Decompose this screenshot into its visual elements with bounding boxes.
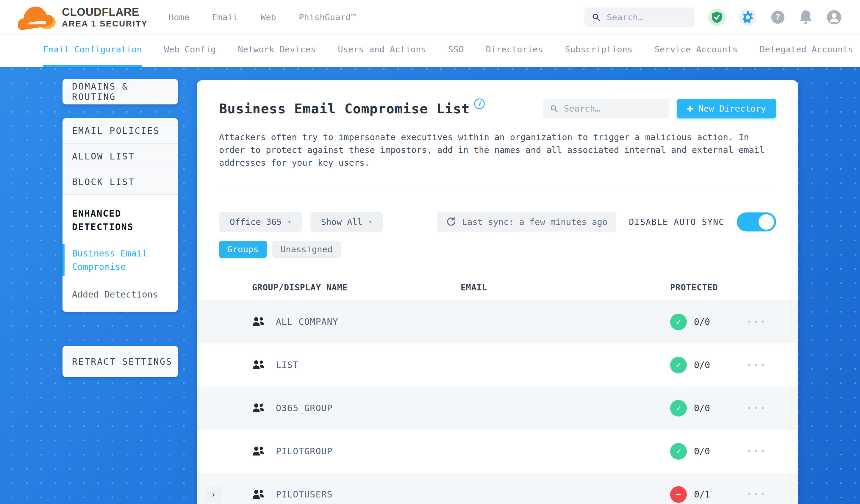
sidebar-item-domains-routing[interactable]: DOMAINS & ROUTING	[62, 79, 178, 104]
ellipsis-icon[interactable]: •••	[747, 404, 767, 413]
tab-subscriptions[interactable]: Subscriptions	[565, 44, 633, 67]
global-search[interactable]	[585, 8, 694, 27]
tab-web-config[interactable]: Web Config	[164, 44, 216, 67]
table-row[interactable]: O365_GROUP ✓ 0/0 •••	[197, 387, 798, 430]
ellipsis-icon[interactable]: •••	[747, 361, 767, 370]
main-panel: Business Email Compromise List i + New D…	[197, 80, 798, 504]
tab-sso[interactable]: SSO	[448, 44, 464, 67]
table-row[interactable]: ALL COMPANY ✓ 0/0 •••	[197, 300, 798, 343]
sidebar-label: DOMAINS & ROUTING	[62, 81, 178, 102]
row-menu[interactable]: •••	[717, 447, 798, 456]
row-menu[interactable]: •••	[717, 361, 798, 370]
group-name: LIST	[276, 360, 299, 370]
top-header: CLOUDFLARE AREA 1 SECURITY Home Email We…	[0, 0, 860, 35]
sidebar-item-block-list[interactable]: BLOCK LIST	[62, 169, 178, 195]
sidebar-item-added-detections[interactable]: Added Detections	[72, 288, 169, 301]
chevron-down-icon: ▾	[369, 218, 372, 226]
unprotected-status-icon: −	[670, 486, 687, 503]
group-name: ALL COMPANY	[276, 317, 338, 327]
tab-email-configuration[interactable]: Email Configuration	[43, 44, 142, 67]
table-row[interactable]: › PILOTUSERS − 0/1 •••	[197, 473, 798, 504]
refresh-icon	[446, 217, 456, 227]
protected-status-icon: ✓	[670, 357, 687, 373]
top-nav-phishguard[interactable]: PhishGuard™	[299, 12, 356, 22]
sidebar-item-allow-list[interactable]: ALLOW LIST	[62, 144, 178, 169]
toggle-knob	[759, 214, 774, 230]
group-icon	[252, 489, 264, 500]
active-indicator-bar	[62, 244, 64, 276]
list-search[interactable]	[543, 99, 669, 118]
page-description: Attackers often try to impersonate execu…	[219, 131, 776, 169]
last-sync-label: Last sync: a few minutes ago	[462, 217, 608, 227]
top-nav-web[interactable]: Web	[261, 12, 276, 22]
table-row[interactable]: PILOTGROUP ✓ 0/0 •••	[197, 430, 798, 473]
help-icon[interactable]: ?	[770, 10, 786, 25]
chevron-right-icon: ›	[211, 489, 216, 500]
sidebar-label: BLOCK LIST	[62, 177, 135, 187]
sidebar-label: EMAIL POLICIES	[62, 126, 160, 136]
row-menu[interactable]: •••	[717, 490, 798, 499]
list-search-input[interactable]	[564, 103, 662, 114]
sidebar-item-business-email-compromise[interactable]: Business Email Compromise	[72, 247, 169, 273]
cloudflare-cloud-icon	[18, 3, 57, 31]
enhanced-detections-title[interactable]: ENHANCED DETECTIONS	[72, 207, 169, 233]
table-row[interactable]: LIST ✓ 0/0 •••	[197, 343, 798, 387]
sidebar-sublabel: Added Detections	[72, 289, 158, 300]
directory-select[interactable]: Office 365 ▾	[219, 212, 302, 232]
protected-status-icon: ✓	[670, 314, 687, 330]
account-icon[interactable]	[826, 9, 842, 25]
svg-text:?: ?	[775, 13, 780, 22]
divider	[219, 191, 776, 191]
ellipsis-icon[interactable]: •••	[747, 317, 767, 326]
info-icon[interactable]: i	[474, 99, 485, 109]
sidebar-sublabel: Business Email Compromise	[72, 248, 147, 272]
group-icon	[252, 446, 264, 457]
row-menu[interactable]: •••	[717, 404, 798, 413]
global-search-input[interactable]	[607, 12, 687, 22]
protected-status-icon: ✓	[670, 400, 687, 417]
sidebar-policies-card: EMAIL POLICIES ALLOW LIST BLOCK LIST ENH…	[62, 118, 178, 312]
row-menu[interactable]: •••	[717, 317, 798, 326]
sidebar-item-email-policies[interactable]: EMAIL POLICIES	[62, 118, 178, 144]
protected-count: 0/0	[694, 317, 710, 327]
gear-icon[interactable]	[739, 9, 757, 26]
table-header: GROUP/DISPLAY NAME EMAIL PROTECTED	[197, 275, 798, 300]
tab-service-accounts[interactable]: Service Accounts	[655, 44, 738, 67]
sidebar-item-retract-settings[interactable]: RETRACT SETTINGS	[62, 346, 178, 377]
cloudflare-logo[interactable]: CLOUDFLARE AREA 1 SECURITY	[18, 3, 148, 31]
chevron-down-icon: ▾	[288, 218, 291, 226]
last-sync-button[interactable]: Last sync: a few minutes ago	[437, 212, 617, 232]
column-email: EMAIL	[461, 283, 670, 292]
search-icon	[550, 104, 558, 113]
column-group-display-name: GROUP/DISPLAY NAME	[197, 283, 461, 292]
groups-table: GROUP/DISPLAY NAME EMAIL PROTECTED ALL C…	[197, 275, 798, 504]
top-nav-home[interactable]: Home	[169, 12, 189, 22]
row-expand-button[interactable]: ›	[205, 486, 222, 503]
group-icon	[252, 403, 264, 414]
sidebar-label: ALLOW LIST	[62, 151, 135, 161]
ellipsis-icon[interactable]: •••	[747, 490, 767, 499]
new-directory-button[interactable]: + New Directory	[677, 99, 776, 118]
top-nav-email[interactable]: Email	[212, 12, 238, 22]
tab-users-and-actions[interactable]: Users and Actions	[338, 44, 426, 67]
chip-groups[interactable]: Groups	[219, 241, 267, 258]
protected-count: 0/1	[694, 489, 710, 500]
new-directory-label: New Directory	[699, 103, 766, 114]
ellipsis-icon[interactable]: •••	[747, 447, 767, 456]
show-filter-value: Show All	[321, 217, 363, 227]
tab-delegated-accounts[interactable]: Delegated Accounts	[760, 44, 853, 67]
auto-sync-toggle[interactable]	[737, 213, 776, 231]
protected-count: 0/0	[694, 403, 710, 413]
group-name: PILOTGROUP	[276, 446, 333, 456]
shield-check-icon[interactable]	[708, 9, 726, 26]
sidebar-label: RETRACT SETTINGS	[62, 357, 172, 367]
protected-status-icon: ✓	[670, 443, 687, 460]
brand-subtitle: AREA 1 SECURITY	[62, 19, 148, 28]
tab-network-devices[interactable]: Network Devices	[238, 44, 316, 67]
tab-directories[interactable]: Directories	[486, 44, 543, 67]
chip-unassigned[interactable]: Unassigned	[272, 241, 341, 258]
section-tabs: Email Configuration Web Config Network D…	[0, 35, 860, 67]
bell-icon[interactable]	[799, 10, 812, 25]
show-filter-select[interactable]: Show All ▾	[310, 212, 383, 232]
group-icon	[252, 317, 264, 327]
